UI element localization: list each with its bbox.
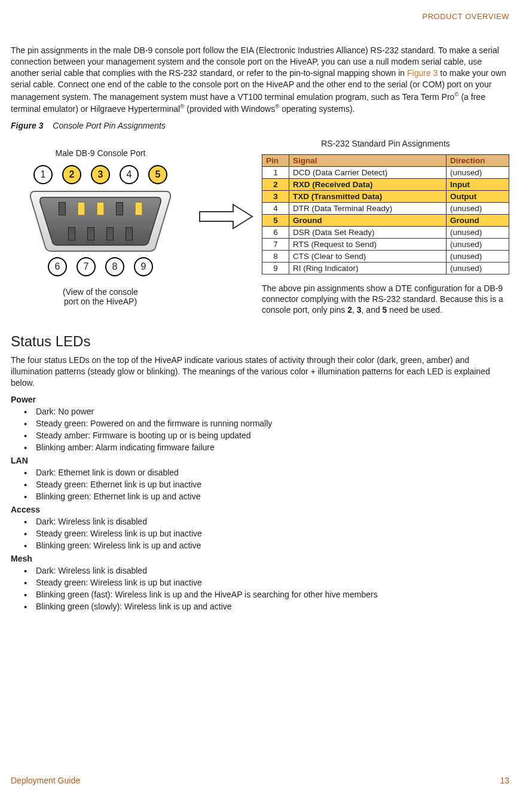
table-row: 8CTS (Clear to Send)(unused) [262,250,509,262]
table-row: 5GroundGround [262,214,509,226]
cell-direction: Output [447,190,509,202]
cell-pin: 1 [262,166,289,178]
pin-circle-5: 5 [148,165,167,184]
list-item: Dark: Wireless link is disabled [36,517,509,526]
th-signal: Signal [289,154,447,166]
pin-circle-1: 1 [33,165,53,184]
footer-left: Deployment Guide [11,776,80,785]
pin-circles-top: 12345 [11,165,190,184]
pin-circles-bottom: 6789 [11,257,190,276]
cell-direction: (unused) [447,202,509,214]
led-group-title: Power [11,395,509,404]
table-row: 3TXD (Transmitted Data)Output [262,190,509,202]
list-item: Steady green: Powered on and the firmwar… [36,419,509,428]
db9-pinbar-3 [97,202,104,215]
connector-note-l2: port on the HiveAP) [64,297,137,306]
db9-pinbar-6 [68,227,75,240]
note-b1: 2 [347,305,352,315]
pin-circle-4: 4 [120,165,139,184]
pin-table-column: RS-232 Standard Pin Assignments Pin Sign… [262,136,509,316]
intro-end: operating systems). [279,104,354,114]
cell-pin: 6 [262,226,289,238]
led-groups: PowerDark: No powerSteady green: Powered… [11,395,509,611]
led-group-title: Access [11,505,509,514]
figure-number: Figure 3 [11,121,43,130]
note-sep2: , and [362,305,383,315]
cell-signal: TXD (Transmitted Data) [289,190,447,202]
led-list: Dark: No powerSteady green: Powered on a… [11,407,509,452]
list-item: Blinking amber: Alarm indicating firmwar… [36,443,509,452]
list-item: Blinking green: Ethernet link is up and … [36,492,509,501]
figure-xref: Figure 3 [407,68,438,78]
list-item: Blinking green (slowly): Wireless link i… [36,602,509,611]
cell-signal: DTR (Data Terminal Ready) [289,202,447,214]
connector-label: Male DB-9 Console Port [11,148,190,158]
status-leds-body: The four status LEDs on the top of the H… [11,355,509,389]
db9-pinbar-9 [126,227,133,240]
figure-caption: Figure 3 Console Port Pin Assignments [11,121,509,130]
db9-pinbar-1 [59,202,66,215]
pin-circle-2: 2 [62,165,81,184]
note-post: need be used. [387,305,442,315]
pin-table-note: The above pin assignments show a DTE con… [262,283,509,316]
list-item: Dark: Ethernet link is down or disabled [36,468,509,477]
list-item: Steady green: Ethernet link is up but in… [36,480,509,489]
figure-row: Male DB-9 Console Port 12345 [11,136,509,316]
cell-direction: (unused) [447,262,509,274]
table-row: 7RTS (Request to Send)(unused) [262,238,509,250]
arrow-icon [196,136,256,231]
intro-mid2: (provided with Windows [184,104,275,114]
cell-direction: (unused) [447,226,509,238]
cell-pin: 7 [262,238,289,250]
list-item: Blinking green: Wireless link is up and … [36,541,509,550]
note-b2: 3 [357,305,362,315]
list-item: Steady green: Wireless link is up but in… [36,578,509,587]
pin-assignment-table: Pin Signal Direction 1DCD (Data Carrier … [262,154,509,275]
cell-signal: RXD (Received Data) [289,178,447,190]
cell-direction: Ground [447,214,509,226]
list-item: Dark: No power [36,407,509,416]
db9-pinbar-7 [87,227,94,240]
led-group-title: Mesh [11,554,509,563]
connector-note: (View of the console port on the HiveAP) [11,287,190,306]
table-row: 6DSR (Data Set Ready)(unused) [262,226,509,238]
cell-signal: Ground [289,214,447,226]
list-item: Dark: Wireless link is disabled [36,566,509,575]
cell-signal: RI (Ring Indicator) [289,262,447,274]
list-item: Steady green: Wireless link is up but in… [36,529,509,538]
table-row: 4DTR (Data Terminal Ready)(unused) [262,202,509,214]
cell-pin: 2 [262,178,289,190]
connector-diagram: Male DB-9 Console Port 12345 [11,136,190,306]
table-row: 1DCD (Data Carrier Detect)(unused) [262,166,509,178]
db9-pinbar-4 [116,202,123,215]
th-direction: Direction [447,154,509,166]
cell-signal: DCD (Data Carrier Detect) [289,166,447,178]
pin-circle-6: 6 [48,257,67,276]
running-head: PRODUCT OVERVIEW [11,12,509,21]
db9-pinbar-5 [135,202,142,215]
cell-signal: DSR (Data Set Ready) [289,226,447,238]
table-row: 9RI (Ring Indicator)(unused) [262,262,509,274]
pin-circle-9: 9 [134,257,153,276]
led-list: Dark: Wireless link is disabledSteady gr… [11,517,509,550]
db9-connector-icon [29,188,172,254]
th-pin: Pin [262,154,289,166]
cell-pin: 8 [262,250,289,262]
db9-pinbar-2 [78,202,85,215]
led-list: Dark: Ethernet link is down or disabledS… [11,468,509,501]
connector-note-l1: (View of the console [63,287,138,297]
db9-pinbar-8 [106,227,114,240]
cell-direction: (unused) [447,166,509,178]
led-list: Dark: Wireless link is disabledSteady gr… [11,566,509,611]
cell-pin: 5 [262,214,289,226]
pin-circle-3: 3 [91,165,110,184]
intro-paragraph: The pin assignments in the male DB-9 con… [11,45,509,115]
cell-direction: Input [447,178,509,190]
pin-circle-7: 7 [77,257,96,276]
cell-pin: 3 [262,190,289,202]
footer-page-number: 13 [500,776,509,785]
cell-direction: (unused) [447,238,509,250]
page-footer: Deployment Guide 13 [11,776,509,785]
cell-pin: 4 [262,202,289,214]
pin-circle-8: 8 [105,257,124,276]
